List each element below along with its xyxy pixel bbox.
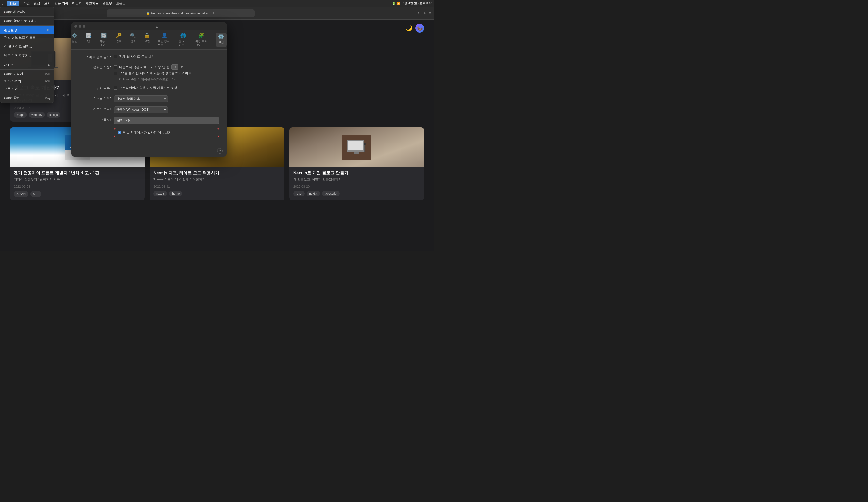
toolbar-privacy[interactable]: 👤 개인 정보 보호	[158, 32, 171, 47]
font-size-checkbox[interactable]	[114, 66, 117, 69]
menubar-right: 🔋 📶 3월 4일 (토) 오후 8:16	[392, 1, 432, 6]
modal-footer: ?	[71, 146, 227, 157]
stepper-arrow[interactable]: ▼	[180, 66, 183, 69]
sidebar-button[interactable]: ≡	[429, 11, 431, 16]
post-3-tag-0[interactable]: react	[293, 191, 305, 196]
apple-icon[interactable]: 	[2, 1, 3, 6]
modal-toolbar: ⚙️ 일반 📑 탭 🔄 자동 완성 🔑 암호 🔍 검색 🔒 보안 👤 개인 정보…	[71, 30, 227, 50]
help-button[interactable]: ?	[217, 148, 223, 154]
menu-website-settings[interactable]: 이 웹 사이트 설정...	[0, 43, 54, 50]
menubar-safari[interactable]: Safari	[7, 1, 19, 6]
show-developer-menu-checkbox[interactable]: ✓	[118, 131, 121, 134]
toolbar-passwords[interactable]: 🔑 암호	[116, 32, 122, 47]
browser-right-controls: ⎙ + ≡	[418, 11, 431, 16]
svg-rect-20	[363, 143, 365, 145]
post-3-tag-2[interactable]: typescript	[322, 191, 340, 196]
post-1-tag-0[interactable]: 2022년	[14, 191, 28, 197]
encoding-control: 한국어(Windows, DOS) ▾	[114, 106, 219, 113]
post-3-title: Next js로 개인 블로그 만들기	[293, 170, 420, 176]
encoding-select[interactable]: 한국어(Windows, DOS) ▾	[114, 106, 168, 113]
post-2-date: 2022-08-31	[154, 185, 280, 188]
toolbar-autofill[interactable]: 🔄 자동 완성	[100, 32, 108, 47]
menubar-window[interactable]: 윈도우	[102, 1, 112, 6]
menubar-edit[interactable]: 편집	[34, 1, 40, 6]
featured-post-date: 2023-02-27	[14, 106, 72, 110]
show-full-address-checkbox[interactable]	[114, 55, 117, 58]
svg-rect-19	[364, 145, 365, 152]
menubar-help[interactable]: 도움말	[116, 1, 126, 6]
menu-services[interactable]: 서비스	[0, 61, 54, 69]
menubar-history[interactable]: 방문 기록	[54, 1, 68, 6]
accessibility-label: 손쉬운 사용:	[79, 64, 111, 69]
new-tab-button[interactable]: +	[423, 11, 426, 16]
toolbar-tabs[interactable]: 📑 탭	[85, 32, 92, 47]
menu-hide-safari[interactable]: Safari 가리기 ⌘H	[0, 70, 54, 78]
menu-shortcut-preferences: ⌘,	[46, 28, 50, 32]
reading-list-row: 읽기 목록: 오프라인에서 읽을 기사를 자동으로 저장	[79, 86, 219, 91]
post-2-tags: next.js theme	[154, 191, 280, 196]
menu-quit-safari[interactable]: Safari 종료 ⌘Q	[0, 94, 54, 102]
proxy-settings-button[interactable]: 설정 변경...	[114, 117, 219, 124]
tag-webdev[interactable]: web dev	[29, 112, 45, 118]
toolbar-extensions[interactable]: 🧩 확장 프로그램	[195, 32, 208, 47]
stylesheet-label: 스타일 시트:	[79, 96, 111, 100]
menubar:  Safari 파일 편집 보기 방문 기록 책갈피 개발자용 윈도우 도움말…	[0, 0, 434, 7]
toolbar-advanced[interactable]: ⚙️ 고급	[216, 32, 227, 47]
user-avatar[interactable]: 🦦	[415, 24, 424, 32]
settings-modal: 고급 ⚙️ 일반 📑 탭 🔄 자동 완성 🔑 암호 🔍 검색 🔒 보안 👤 개	[71, 22, 227, 157]
show-developer-menu-text: 메뉴 막대에서 개발자용 메뉴 보기	[123, 130, 172, 135]
lock-icon: 🔒	[146, 12, 150, 15]
post-2-tag-1[interactable]: theme	[169, 191, 182, 196]
menu-hide-others[interactable]: 기타 가리기 ⌥⌘H	[0, 78, 54, 85]
passwords-icon: 🔑	[116, 32, 122, 39]
toolbar-general[interactable]: ⚙️ 일반	[71, 32, 78, 47]
toolbar-security[interactable]: 🔒 보안	[144, 32, 150, 47]
reload-icon[interactable]: ↻	[213, 12, 215, 15]
option-tab-hint: Option-Tab은 각 항목을 하이라이트합니다.	[119, 78, 175, 81]
smart-search-label: 스마트 검색 필드:	[79, 54, 111, 59]
search-icon: 🔍	[130, 32, 136, 39]
font-size-value[interactable]: 9	[172, 64, 178, 70]
tab-highlight-checkbox[interactable]	[114, 71, 117, 75]
address-bar[interactable]: 🔒 takhyun-3se9kbeaf-takhyunkim.vercel.ap…	[107, 9, 255, 17]
modal-close[interactable]	[74, 25, 77, 28]
search-label: 검색	[130, 39, 136, 43]
toolbar-search[interactable]: 🔍 검색	[130, 32, 136, 47]
share-button[interactable]: ⎙	[418, 11, 421, 16]
menubar-bookmarks[interactable]: 책갈피	[72, 1, 82, 6]
menubar-view[interactable]: 보기	[44, 1, 51, 6]
modal-maximize[interactable]	[83, 25, 85, 28]
menubar-file[interactable]: 파일	[23, 1, 30, 6]
post-2-tag-0[interactable]: next.js	[154, 191, 167, 196]
privacy-icon: 👤	[161, 32, 167, 39]
modal-title: 고급	[87, 24, 224, 28]
advanced-icon: ⚙️	[218, 33, 224, 39]
svg-rect-17	[348, 141, 363, 150]
theme-toggle-button[interactable]: 🌙	[406, 25, 412, 31]
tag-nextjs[interactable]: next.js	[47, 112, 60, 118]
menubar-developer[interactable]: 개발자용	[86, 1, 99, 6]
menu-about-safari[interactable]: Safari에 관하여	[0, 8, 54, 16]
post-3-tag-1[interactable]: next.js	[307, 191, 320, 196]
menu-show-all[interactable]: 모두 보기	[0, 85, 54, 92]
general-label: 일반	[72, 39, 78, 43]
menu-divider-6	[0, 69, 54, 70]
font-size-row: 다음보다 작은 서체 크기 사용 안 함 9 ▼	[114, 64, 219, 70]
post-1-tag-1[interactable]: 회고	[30, 191, 41, 197]
menu-privacy-report[interactable]: 개인 정보 보호 리포트...	[0, 34, 54, 41]
menu-preferences[interactable]: 환경설정... ⌘,	[0, 27, 54, 34]
toolbar-websites[interactable]: 🌐 웹 사이트	[179, 32, 187, 47]
post-card-3[interactable]: Next js로 개인 블로그 만들기 왜 만들었고, 어떻게 만들었을까? 2…	[289, 128, 424, 200]
encoding-label: 기본 인코딩:	[79, 106, 111, 111]
show-full-address-text: 전체 웹 사이트 주소 보기	[119, 54, 155, 59]
reading-list-control: 오프라인에서 읽을 기사를 자동으로 저장	[114, 86, 219, 91]
save-articles-checkbox[interactable]	[114, 86, 117, 90]
post-1-date: 2022-09-03	[14, 185, 141, 188]
menu-divider-5	[0, 60, 54, 60]
stylesheet-row: 스타일 시트: 선택된 항목 없음 ▾	[79, 96, 219, 102]
menu-clear-history[interactable]: 방문 기록 지우기...	[0, 52, 54, 59]
menu-extensions[interactable]: Safari 확장 프로그램...	[0, 17, 54, 25]
stylesheet-select[interactable]: 선택된 항목 없음 ▾	[114, 96, 168, 102]
tag-image[interactable]: Image	[14, 112, 27, 118]
modal-minimize[interactable]	[79, 25, 81, 28]
